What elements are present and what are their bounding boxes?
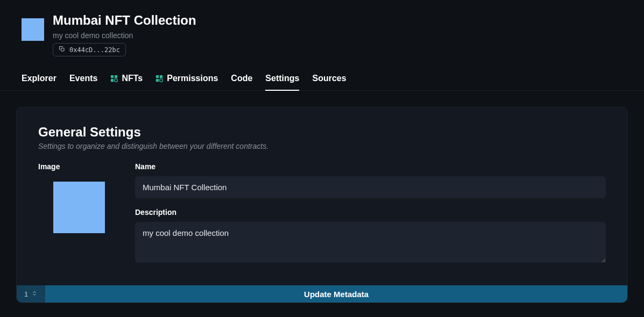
tab-label: Events [69, 74, 97, 83]
tab-label: Sources [312, 74, 346, 83]
tab-settings[interactable]: Settings [265, 67, 299, 91]
svg-rect-3 [111, 79, 114, 82]
name-input[interactable] [135, 176, 606, 198]
tab-events[interactable]: Events [69, 67, 97, 91]
svg-rect-1 [111, 75, 114, 78]
tab-sources[interactable]: Sources [312, 67, 346, 91]
collection-subtitle: my cool demo collection [53, 31, 196, 40]
panel-footer: 1 Update Metadata [17, 285, 627, 302]
tab-bar: Explorer Events NFTs Permissions Code Se… [0, 67, 644, 91]
tab-label: Code [231, 74, 252, 83]
update-metadata-button[interactable]: Update Metadata [45, 285, 627, 302]
image-column: Image [38, 162, 119, 265]
address-badge[interactable]: 0x44cD...22bc [53, 43, 126, 56]
tab-nfts[interactable]: NFTs [110, 67, 143, 91]
panel-title: General Settings [38, 125, 606, 140]
settings-panel: General Settings Settings to organize an… [16, 107, 628, 303]
tab-code[interactable]: Code [231, 67, 252, 91]
description-label: Description [135, 208, 606, 217]
extension-icon [110, 75, 118, 82]
panel-body: Image Name Description [38, 162, 606, 265]
fields-column: Name Description [135, 162, 606, 265]
panel-description: Settings to organize and distinguish bet… [38, 142, 606, 150]
svg-rect-5 [156, 75, 159, 78]
tab-label: NFTs [122, 74, 143, 83]
image-label: Image [38, 162, 119, 171]
tab-label: Explorer [22, 74, 56, 83]
svg-rect-0 [61, 48, 65, 52]
image-preview[interactable] [53, 182, 105, 233]
name-label: Name [135, 162, 606, 171]
tab-label: Settings [265, 74, 299, 83]
tab-explorer[interactable]: Explorer [22, 67, 56, 91]
copy-icon [59, 46, 65, 54]
description-input[interactable] [135, 222, 606, 263]
svg-rect-8 [160, 79, 162, 82]
tab-permissions[interactable]: Permissions [155, 67, 218, 91]
pending-count[interactable]: 1 [17, 285, 45, 302]
tab-label: Permissions [167, 74, 218, 83]
collection-header: Mumbai NFT Collection my cool demo colle… [0, 0, 644, 67]
collection-thumbnail [22, 18, 44, 41]
button-label: Update Metadata [304, 290, 369, 299]
svg-rect-7 [156, 79, 159, 82]
address-text: 0x44cD...22bc [69, 46, 120, 54]
extension-icon [155, 75, 163, 82]
svg-rect-4 [115, 79, 117, 82]
svg-rect-2 [115, 75, 117, 78]
swap-icon [31, 290, 38, 298]
svg-rect-6 [160, 75, 162, 78]
count-value: 1 [24, 290, 28, 298]
collection-info: Mumbai NFT Collection my cool demo colle… [53, 13, 196, 56]
collection-title: Mumbai NFT Collection [53, 13, 196, 28]
